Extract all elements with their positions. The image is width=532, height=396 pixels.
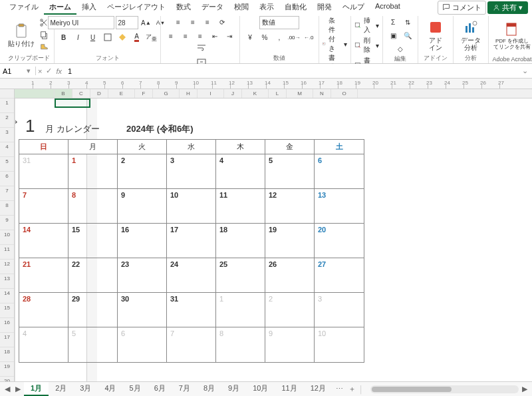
row-header[interactable]: 8 — [0, 201, 14, 216]
calendar-day[interactable]: 2 — [265, 293, 315, 327]
align-top-button[interactable]: ≡ — [172, 16, 185, 28]
calendar-day[interactable]: 3 — [167, 154, 216, 189]
add-sheet-button[interactable]: ＋ — [346, 384, 358, 394]
row-header[interactable]: 3 — [0, 128, 14, 142]
copy-button[interactable] — [37, 29, 51, 41]
calendar-day[interactable]: 4 — [216, 154, 265, 189]
number-format-select[interactable]: 数値 — [259, 16, 299, 29]
insert-cells-button[interactable]: 挿入 ▾ — [354, 16, 379, 35]
column-header[interactable]: E — [108, 89, 135, 98]
align-center-button[interactable]: ≡ — [179, 30, 192, 42]
expand-formula-button[interactable]: ⌄ — [518, 67, 532, 75]
paste-button[interactable]: 貼り付け — [7, 17, 35, 53]
column-header[interactable]: G — [153, 89, 180, 98]
column-header[interactable]: O — [331, 89, 358, 98]
column-header[interactable]: M — [287, 89, 313, 98]
menu-tab-5[interactable]: データ — [196, 1, 229, 15]
row-header[interactable]: 17 — [0, 333, 14, 347]
row-header[interactable]: 20 — [0, 377, 14, 381]
calendar-day[interactable]: 23 — [118, 258, 167, 293]
column-header[interactable]: L — [269, 89, 287, 98]
wrap-text-button[interactable] — [167, 42, 236, 54]
menu-tab-3[interactable]: ページレイアウト — [102, 1, 171, 15]
italic-button[interactable]: I — [72, 31, 85, 43]
row-header[interactable]: 7 — [0, 186, 14, 201]
name-box[interactable]: ▾ — [0, 67, 36, 75]
sheet-tab[interactable]: 1月 — [24, 382, 49, 396]
sheet-tab[interactable]: 6月 — [148, 382, 172, 396]
row-header[interactable]: 6 — [0, 172, 14, 186]
row-header[interactable]: 16 — [0, 318, 14, 333]
fill-color-button[interactable] — [116, 31, 129, 43]
calendar-day[interactable]: 6 — [118, 327, 167, 362]
comment-button[interactable]: コメント — [438, 1, 486, 15]
bold-button[interactable]: B — [57, 31, 70, 43]
menu-tab-8[interactable]: 自動化 — [279, 1, 312, 15]
indent-increase-button[interactable]: ⇥ — [223, 30, 236, 42]
sort-button[interactable]: ⇅ — [401, 16, 414, 28]
calendar-day[interactable]: 17 — [167, 224, 216, 258]
fill-button[interactable]: ▣ — [386, 29, 400, 41]
calendar-day[interactable]: 20 — [315, 224, 364, 258]
cell-reference-input[interactable] — [3, 67, 27, 75]
row-header[interactable]: 19 — [0, 362, 14, 377]
tab-next-button[interactable]: ▶ — [13, 385, 23, 393]
phonetic-button[interactable]: ア亜 — [145, 31, 158, 43]
row-header[interactable]: 10 — [0, 230, 14, 245]
calendar-day[interactable]: 7 — [167, 327, 216, 362]
font-size-select[interactable]: 28 — [116, 16, 138, 29]
column-header[interactable]: H — [180, 89, 198, 98]
sheet-tab[interactable]: 3月 — [73, 382, 98, 396]
menu-tab-9[interactable]: 開発 — [312, 1, 337, 15]
calendar-day[interactable]: 16 — [118, 224, 167, 258]
clear-button[interactable]: ◇ — [394, 43, 407, 55]
sheet-tab[interactable]: 7月 — [172, 382, 197, 396]
menu-tab-1[interactable]: ホーム — [44, 1, 76, 15]
autosum-button[interactable]: Σ — [386, 16, 400, 28]
row-header[interactable]: 13 — [0, 274, 14, 289]
horizontal-scrollbar[interactable] — [370, 385, 519, 393]
row-header[interactable]: 14 — [0, 289, 14, 303]
sheet-tab[interactable]: 10月 — [246, 382, 275, 396]
sheet-tab[interactable]: 11月 — [275, 382, 303, 396]
calendar-day[interactable]: 9 — [265, 327, 315, 362]
delete-cells-button[interactable]: 削除 ▾ — [354, 36, 379, 55]
acrobat-pdf-button[interactable]: PDF を作成し てリンクを共有 — [492, 18, 532, 54]
menu-tab-2[interactable]: 挿入 — [76, 1, 102, 15]
calendar-day[interactable]: 5 — [265, 154, 315, 189]
calendar-day[interactable]: 9 — [118, 189, 167, 224]
menu-tab-10[interactable]: ヘルプ — [337, 1, 370, 15]
column-headers[interactable]: BCDEFGHIJKLMNO — [15, 89, 532, 99]
column-header[interactable]: B — [55, 89, 72, 98]
menu-tab-6[interactable]: 校閲 — [229, 1, 254, 15]
calendar-day[interactable]: 13 — [315, 189, 364, 224]
row-header[interactable]: 15 — [0, 303, 14, 318]
menu-tab-4[interactable]: 数式 — [171, 1, 196, 15]
tab-prev-button[interactable]: ◀ — [3, 385, 12, 393]
find-button[interactable]: 🔍 — [401, 29, 414, 41]
share-button[interactable]: 共有 ▾ — [487, 1, 528, 14]
sheet-tab[interactable]: 2月 — [49, 382, 73, 396]
sheet-tab[interactable]: 4月 — [98, 382, 122, 396]
worksheet-grid[interactable]: ✥ 1 月 カレンダー 2024年 (令和6年) 日月火水木金土31123456… — [15, 99, 532, 381]
orientation-button[interactable]: ⟳ — [215, 16, 229, 28]
decimal-increase-button[interactable]: .00→ — [287, 31, 301, 43]
calendar-day[interactable]: 12 — [265, 189, 315, 224]
confirm-formula-button[interactable]: ✓ — [44, 67, 54, 75]
font-color-button[interactable]: A — [130, 31, 144, 43]
formula-input[interactable] — [64, 67, 518, 75]
calendar-day[interactable]: 11 — [216, 189, 265, 224]
font-name-select[interactable]: Meiryo UI — [48, 16, 114, 29]
row-header[interactable]: 18 — [0, 347, 14, 362]
calendar-day[interactable]: 18 — [216, 224, 265, 258]
calendar-day[interactable]: 30 — [118, 293, 167, 327]
calendar-day[interactable]: 10 — [167, 189, 216, 224]
row-header[interactable]: 1 — [0, 99, 14, 113]
row-header[interactable]: 11 — [0, 245, 14, 260]
calendar-day[interactable]: 19 — [265, 224, 315, 258]
addin-button[interactable]: アド イン — [422, 17, 450, 53]
percent-button[interactable]: % — [258, 31, 271, 43]
align-middle-button[interactable]: ≡ — [186, 16, 200, 28]
row-headers[interactable]: 1234567891011121314151617181920 — [0, 89, 15, 381]
comma-button[interactable]: , — [273, 31, 286, 43]
